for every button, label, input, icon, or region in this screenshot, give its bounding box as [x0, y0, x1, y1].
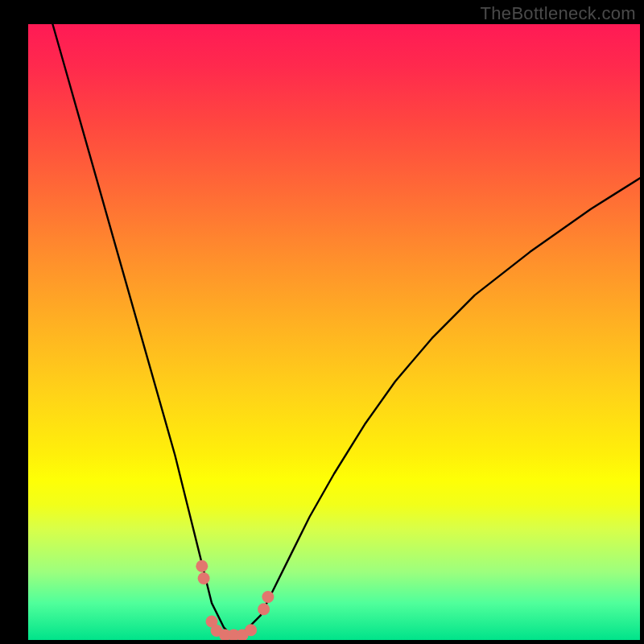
highlight-dot: [262, 591, 274, 603]
watermark-text: TheBottleneck.com: [481, 3, 636, 24]
chart-frame: TheBottleneck.com: [0, 0, 644, 644]
highlight-dot: [198, 572, 210, 584]
highlight-dot: [196, 560, 208, 572]
highlight-dots: [196, 560, 274, 640]
marker-layer: [28, 24, 640, 640]
highlight-dot: [245, 624, 257, 636]
highlight-dot: [258, 603, 270, 615]
plot-area: [28, 24, 640, 640]
